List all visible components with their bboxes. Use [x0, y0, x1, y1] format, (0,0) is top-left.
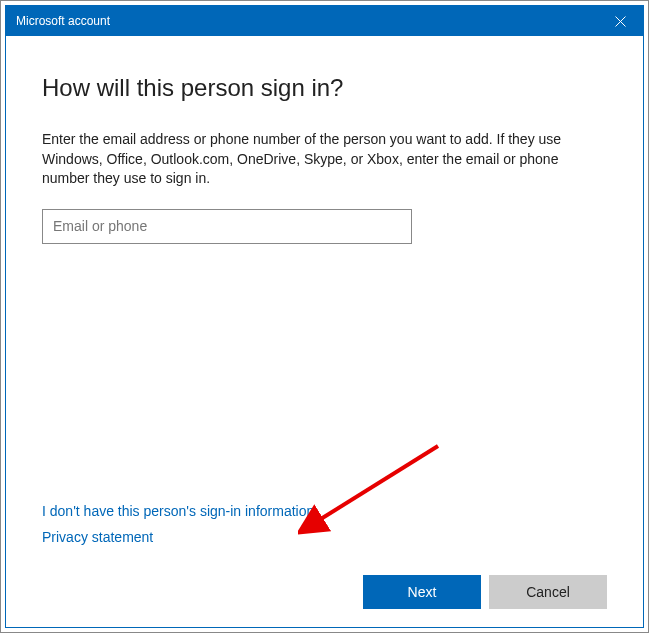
dialog-window: Microsoft account How will this person s… [5, 5, 644, 628]
cancel-button[interactable]: Cancel [489, 575, 607, 609]
dialog-content: How will this person sign in? Enter the … [6, 36, 643, 627]
privacy-statement-link[interactable]: Privacy statement [42, 529, 607, 545]
button-row: Next Cancel [42, 575, 607, 609]
heading: How will this person sign in? [42, 74, 607, 102]
no-signin-info-link[interactable]: I don't have this person's sign-in infor… [42, 503, 607, 519]
close-button[interactable] [598, 6, 643, 36]
next-button[interactable]: Next [363, 575, 481, 609]
window-title: Microsoft account [16, 14, 110, 28]
titlebar[interactable]: Microsoft account [6, 6, 643, 36]
description: Enter the email address or phone number … [42, 130, 607, 189]
close-icon [615, 16, 626, 27]
outer-container: Microsoft account How will this person s… [0, 0, 649, 633]
email-phone-input[interactable] [42, 209, 412, 244]
spacer [42, 244, 607, 503]
